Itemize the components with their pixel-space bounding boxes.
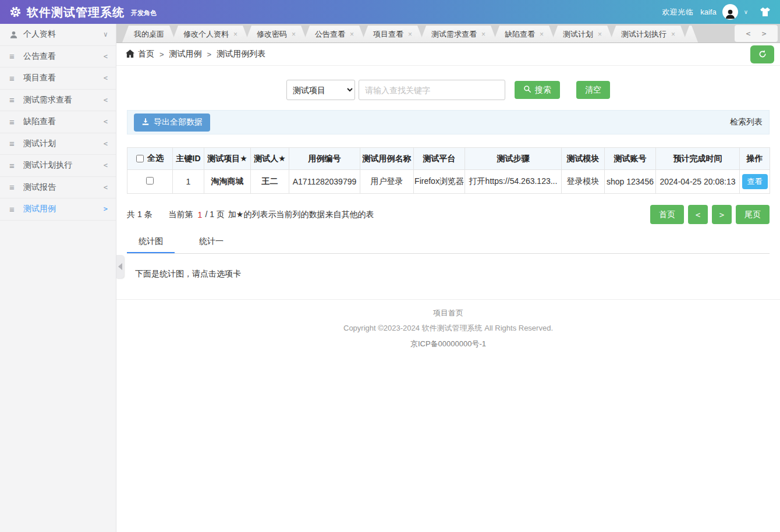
tab-scroll-controls: < > (735, 25, 778, 42)
avatar[interactable] (722, 4, 738, 20)
close-icon[interactable]: × (350, 31, 354, 38)
view-button[interactable]: 查看 (742, 174, 768, 189)
chevron-down-icon: ∨ (104, 30, 108, 38)
current-page-prefix: 当前第 (169, 210, 193, 220)
row-checkbox[interactable] (146, 177, 154, 185)
sidebar-item-test-plan-execution[interactable]: ≡ 测试计划执行 < (0, 155, 116, 177)
tab-bar: 我的桌面 修改个人资料 × 修改密码 × 公告查看 × 项目查看 × 测试需求查… (116, 24, 780, 43)
sidebar-item-projects[interactable]: ≡ 项目查看 < (0, 68, 116, 90)
user-icon (9, 30, 23, 39)
sidebar-item-profile[interactable]: 个人资料 ∨ (0, 24, 116, 46)
breadcrumb-test-cases[interactable]: 测试用例 (169, 49, 202, 59)
tab-stats-one[interactable]: 统计一 (187, 231, 235, 253)
gear-icon (9, 6, 22, 18)
sidebar-item-test-cases[interactable]: ≡ 测试用例 > (0, 198, 116, 221)
tab-partial[interactable] (683, 26, 698, 42)
tab-test-requirements[interactable]: 测试需求查看 × (420, 26, 497, 42)
cell-tester: 王二 (251, 170, 289, 194)
close-icon[interactable]: × (292, 31, 296, 38)
chevron-left-icon: < (104, 96, 108, 104)
footer-icp: 京ICP备00000000号-1 (116, 339, 780, 349)
sidebar: 个人资料 ∨ ≡ 公告查看 < ≡ 项目查看 < ≡ 测试需求查看 < ≡ 缺陷… (0, 24, 116, 532)
theme-tshirt-icon[interactable] (760, 7, 771, 17)
cell-steps: 打开https://54.263.123... (465, 170, 562, 194)
sidebar-item-test-plans[interactable]: ≡ 测试计划 < (0, 133, 116, 155)
tab-stats-chart[interactable]: 统计图 (127, 231, 175, 253)
sidebar-item-test-reports[interactable]: ≡ 测试报告 < (0, 177, 116, 199)
user-menu-chevron-icon[interactable]: ∨ (744, 9, 748, 15)
col-platform: 测试平台 (414, 148, 465, 170)
scroll-left-icon[interactable]: < (746, 29, 750, 38)
breadcrumb-home[interactable]: 首页 (126, 49, 154, 59)
sidebar-item-label: 测试计划执行 (23, 160, 72, 171)
sidebar-item-defects[interactable]: ≡ 缺陷查看 < (0, 111, 116, 133)
tab-change-password[interactable]: 修改密码 × (245, 26, 307, 42)
col-project: 测试项目★ (204, 148, 251, 170)
sidebar-collapse-handle[interactable] (116, 255, 124, 278)
menu-lines-icon: ≡ (9, 73, 23, 83)
close-icon[interactable]: × (540, 31, 544, 38)
tab-my-desktop[interactable]: 我的桌面 (122, 26, 176, 42)
chevron-right-icon: > (104, 205, 108, 213)
search-bar: 测试项目 搜索 清空 (116, 80, 780, 100)
sidebar-item-label: 测试需求查看 (23, 95, 72, 105)
top-header: 软件测试管理系统 开发角色 欢迎光临 kaifa ∨ (0, 0, 780, 24)
close-icon[interactable]: × (481, 31, 485, 38)
last-page-button[interactable]: 尾页 (736, 205, 770, 224)
close-icon[interactable]: × (408, 31, 412, 38)
sidebar-item-announcements[interactable]: ≡ 公告查看 < (0, 46, 116, 68)
tab-announcements[interactable]: 公告查看 × (303, 26, 366, 42)
first-page-button[interactable]: 首页 (650, 205, 684, 224)
cell-module: 登录模块 (562, 170, 605, 194)
col-steps: 测试步骤 (465, 148, 562, 170)
refresh-button[interactable] (750, 45, 774, 63)
search-icon (523, 85, 531, 95)
col-select-all: 全选 (127, 148, 173, 170)
col-id: 主键ID (173, 148, 204, 170)
app-logo: 软件测试管理系统 开发角色 (9, 6, 157, 18)
pagination: 共 1 条 当前第 1 / 1 页 加★的列表示当前列的数据来自其他的表 首页 … (127, 205, 770, 224)
cell-case-name: 用户登录 (360, 170, 414, 194)
export-all-button[interactable]: 导出全部数据 (134, 114, 210, 132)
next-page-button[interactable]: > (712, 205, 732, 224)
clear-button[interactable]: 清空 (576, 81, 610, 99)
chevron-left-icon: < (104, 52, 108, 61)
menu-lines-icon: ≡ (9, 204, 23, 214)
sidebar-item-test-requirements[interactable]: ≡ 测试需求查看 < (0, 90, 116, 112)
tab-edit-profile[interactable]: 修改个人资料 × (172, 26, 249, 42)
menu-lines-icon: ≡ (9, 182, 23, 192)
download-icon (141, 118, 150, 127)
welcome-text: 欢迎光临 (662, 7, 693, 17)
sidebar-item-label: 项目查看 (23, 73, 56, 83)
cell-case-no: A1711282039799 (289, 170, 360, 194)
breadcrumb: 首页 > 测试用例 > 测试用例列表 (116, 43, 780, 66)
menu-lines-icon: ≡ (9, 117, 23, 127)
sidebar-item-label: 测试用例 (23, 204, 56, 214)
filter-select[interactable]: 测试项目 (286, 80, 355, 100)
menu-lines-icon: ≡ (9, 139, 23, 148)
chevron-left-icon: < (104, 118, 108, 126)
select-all-checkbox[interactable] (136, 155, 144, 162)
chevron-left-icon: < (104, 161, 108, 169)
close-icon[interactable]: × (671, 31, 675, 38)
col-module: 测试模块 (562, 148, 605, 170)
tab-test-plan-execution[interactable]: 测试计划执行 × (609, 26, 687, 42)
close-icon[interactable]: × (233, 31, 237, 38)
scroll-right-icon[interactable]: > (762, 29, 767, 38)
cell-due: 2024-04-25 20:08:13 (656, 170, 740, 194)
list-title: 检索列表 (730, 117, 763, 127)
footer-home-link[interactable]: 项目首页 (116, 308, 780, 318)
page-total: / 1 页 (205, 210, 224, 220)
tab-defects[interactable]: 缺陷查看 × (493, 26, 555, 42)
search-input[interactable] (359, 80, 505, 100)
chevron-left-icon: < (104, 140, 108, 148)
tab-test-plans[interactable]: 测试计划 × (551, 26, 614, 42)
close-icon[interactable]: × (598, 31, 602, 38)
footer-copyright: Copyright ©2023-2024 软件测试管理系统 All Rights… (116, 323, 780, 334)
tab-projects[interactable]: 项目查看 × (361, 26, 424, 42)
menu-lines-icon: ≡ (9, 51, 23, 61)
page-footer: 项目首页 Copyright ©2023-2024 软件测试管理系统 All R… (116, 299, 780, 349)
prev-page-button[interactable]: < (688, 205, 708, 224)
cell-platform: Firefox浏览器 (414, 170, 465, 194)
search-button[interactable]: 搜索 (515, 81, 560, 99)
